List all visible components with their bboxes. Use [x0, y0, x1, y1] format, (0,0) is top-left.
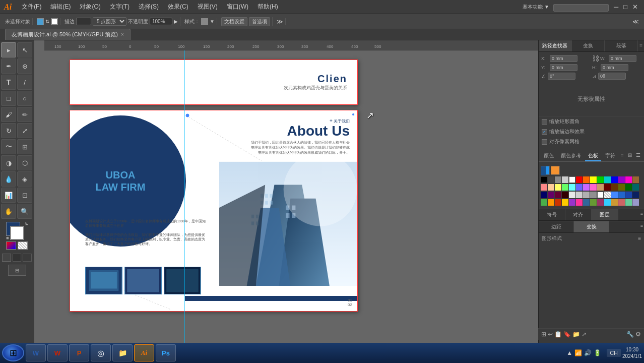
- file-tab-close[interactable]: ×: [121, 32, 124, 37]
- tab-pathfinder[interactable]: 路径查找器: [539, 40, 572, 51]
- swatch-brown[interactable]: [632, 176, 639, 183]
- pixel-grid-checkbox[interactable]: [542, 139, 547, 145]
- doc-upper[interactable]: Clien 次元素构成鸡蛋壳与蛋黄的关系: [70, 59, 358, 105]
- swatch-olive[interactable]: [590, 199, 597, 206]
- menu-object[interactable]: 对象(O): [76, 2, 104, 12]
- extra-icon[interactable]: ≫: [277, 18, 283, 25]
- swatch-salmon[interactable]: [618, 199, 625, 206]
- text-tool[interactable]: T: [1, 75, 16, 90]
- preferences-button[interactable]: 首选项: [249, 17, 270, 26]
- direct-select-tool[interactable]: ↖: [17, 42, 32, 57]
- panel-toggle-icon[interactable]: ≪: [632, 18, 639, 25]
- color-panel-grid-view[interactable]: ⊞: [626, 151, 633, 161]
- panel-menu-icon[interactable]: ≡: [638, 40, 644, 51]
- graph-tool[interactable]: 📊: [1, 188, 16, 203]
- swatch-amber[interactable]: [548, 199, 554, 206]
- w-input[interactable]: [609, 55, 636, 62]
- swatch-violet[interactable]: [569, 199, 575, 206]
- swatch-mid-green[interactable]: [541, 199, 547, 206]
- swatch-peach[interactable]: [548, 184, 554, 191]
- none-box[interactable]: [18, 241, 28, 250]
- swatch-purple[interactable]: [618, 176, 625, 183]
- gradient-box[interactable]: [6, 241, 16, 250]
- menu-window[interactable]: 窗口(W): [223, 2, 252, 12]
- swatch-pink[interactable]: [625, 176, 632, 183]
- tab-layers[interactable]: 图层: [592, 209, 618, 220]
- bottom-icon-4[interactable]: 🔖: [563, 331, 571, 338]
- swatch-dk-gray[interactable]: [548, 176, 554, 183]
- opacity-arrow[interactable]: ▶: [174, 19, 178, 24]
- pen-tool[interactable]: ✒: [1, 58, 16, 74]
- swatch-dk-green[interactable]: [625, 184, 632, 191]
- menu-select[interactable]: 选择(S): [135, 2, 163, 12]
- stroke-box[interactable]: [10, 226, 24, 240]
- swatch-dark-navy[interactable]: [632, 192, 639, 198]
- systray-battery-icon[interactable]: 🔋: [594, 349, 601, 356]
- tab-swatches[interactable]: 色板: [585, 151, 601, 161]
- draw-mode-back[interactable]: [13, 254, 22, 262]
- transform-menu-icon[interactable]: ≡: [609, 221, 644, 232]
- tab-paragraph[interactable]: 段落: [605, 40, 638, 51]
- language-indicator[interactable]: CH: [607, 349, 621, 357]
- opacity-input[interactable]: [150, 18, 172, 25]
- swatch-dk-wine[interactable]: [555, 192, 561, 198]
- taskbar-app-word[interactable]: W: [26, 344, 46, 361]
- swatch-darkest-red[interactable]: [562, 192, 568, 198]
- select-tool[interactable]: ▸: [1, 42, 16, 57]
- add-anchor-tool[interactable]: ⊕: [17, 58, 32, 74]
- start-button[interactable]: ⊞: [2, 344, 24, 361]
- swatch-near-white[interactable]: [569, 192, 575, 198]
- figure-type-menu[interactable]: ≡: [638, 236, 641, 241]
- ellipse-tool[interactable]: ○: [17, 91, 32, 106]
- swatch-cyan[interactable]: [604, 176, 611, 183]
- scale-rect-checkbox[interactable]: [542, 119, 547, 125]
- swatch-mauve[interactable]: [597, 199, 604, 206]
- swap-icon[interactable]: ⇅: [45, 19, 49, 24]
- swatch-lt-pink[interactable]: [590, 184, 597, 191]
- tab-symbol[interactable]: 符号: [539, 209, 565, 220]
- draw-mode-normal[interactable]: [2, 254, 11, 262]
- swatch-lt-cyan[interactable]: [569, 184, 575, 191]
- swatch-white[interactable]: [569, 176, 575, 183]
- swatch-black[interactable]: [541, 176, 547, 183]
- swap-fill-stroke[interactable]: ⇅: [25, 222, 28, 226]
- menu-edit[interactable]: 编辑(E): [46, 2, 75, 12]
- style-box[interactable]: [201, 18, 208, 25]
- search-input[interactable]: [553, 4, 609, 12]
- paintbrush-tool[interactable]: 🖌: [1, 107, 16, 122]
- swatch-none[interactable]: [604, 192, 611, 198]
- bottom-icon-2[interactable]: ↩: [548, 331, 553, 338]
- swatch-gold[interactable]: [562, 199, 568, 206]
- doc-settings-button[interactable]: 文档设置: [221, 17, 247, 26]
- swatch-orange-r[interactable]: [583, 176, 590, 183]
- swatch-lt-purple[interactable]: [583, 184, 590, 191]
- swatch-burnt-orange[interactable]: [555, 199, 561, 206]
- bottom-icon-6[interactable]: ↗: [582, 331, 587, 338]
- swatch-lt-yellow[interactable]: [555, 184, 561, 191]
- systray-volume-icon[interactable]: 🔊: [584, 349, 592, 356]
- swatch-dk-red[interactable]: [604, 184, 611, 191]
- minimize-button[interactable]: ─: [612, 3, 620, 11]
- draw-mode-inside[interactable]: [23, 254, 32, 262]
- zoom-tool[interactable]: 🔍: [17, 204, 32, 219]
- rect-tool[interactable]: □: [1, 91, 16, 106]
- tab-margin[interactable]: 边距: [539, 221, 574, 232]
- canvas-area[interactable]: 150 100 50 0 50 100 150 200 250 300 350 …: [34, 40, 538, 350]
- fill-color-box[interactable]: [37, 18, 44, 25]
- close-button[interactable]: ✕: [630, 3, 640, 11]
- taskbar-app-photoshop[interactable]: Ps: [156, 344, 176, 361]
- swatch-lt-red[interactable]: [541, 184, 547, 191]
- swatch-blue[interactable]: [611, 176, 618, 183]
- swatch-periwinkle[interactable]: [632, 199, 639, 206]
- artboard-tool[interactable]: ⊡: [17, 188, 32, 203]
- menu-file[interactable]: 文件(F): [18, 2, 45, 12]
- bottom-icon-1[interactable]: ⊞: [541, 331, 546, 338]
- tab-color-ref[interactable]: 颜色参考: [558, 151, 584, 161]
- eyedropper-tool[interactable]: 💧: [1, 171, 16, 187]
- taskbar-app-wps[interactable]: W: [47, 344, 68, 361]
- swatch-hot-pink[interactable]: [576, 199, 583, 206]
- style-dropdown-arrow[interactable]: ▼: [210, 19, 215, 24]
- swatch-red[interactable]: [576, 176, 583, 183]
- swatch-dk-orange[interactable]: [611, 184, 618, 191]
- swatch-blue-active[interactable]: [541, 166, 550, 175]
